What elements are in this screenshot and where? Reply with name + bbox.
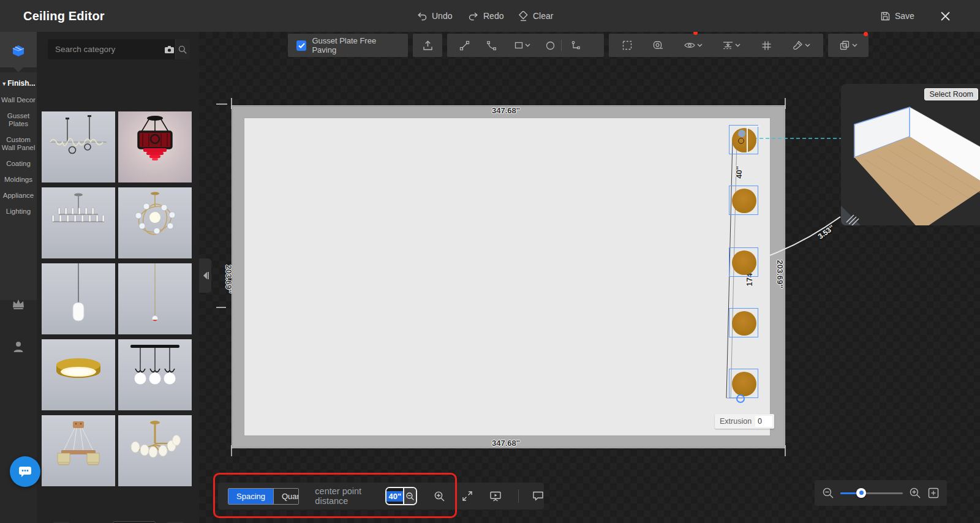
upload-button[interactable] (414, 34, 441, 57)
category-custom-wall-panel[interactable]: Custom Wall Panel (0, 136, 37, 152)
zoom-in-button[interactable] (909, 487, 921, 499)
category-wall-decor[interactable]: Wall Decor (0, 96, 37, 104)
visibility-button[interactable] (676, 34, 710, 57)
circle-tool-icon (545, 40, 556, 51)
vip-crown-button[interactable] (0, 298, 37, 310)
caret-down-icon: ▼ (1, 81, 7, 87)
room-3d-render (841, 84, 980, 225)
free-paving-checkbox[interactable]: Gusset Plate Free Paving (288, 36, 408, 55)
dimension-right: 203.69'' (775, 260, 785, 288)
select-room-button[interactable]: Select Room (924, 88, 978, 100)
saved-groups-group (828, 34, 869, 57)
fullscreen-button[interactable] (462, 491, 473, 502)
light-circle (732, 372, 756, 396)
ceiling-light-2[interactable] (729, 186, 758, 215)
product-wood-brass-rect-chandelier[interactable] (42, 415, 115, 486)
redo-button[interactable]: Redo (468, 0, 503, 32)
dimension-light-spacing: 40'' (734, 166, 744, 179)
account-button[interactable] (0, 340, 37, 353)
measure-tape-button[interactable] (645, 34, 672, 57)
circle-tool-button[interactable] (539, 34, 561, 57)
paint-format-button[interactable] (784, 34, 818, 57)
chevron-down-icon (735, 43, 741, 47)
saved-groups-button[interactable] (831, 34, 865, 57)
rectangle-tool-button[interactable] (505, 34, 539, 57)
preview-resize-handle[interactable] (841, 206, 861, 225)
category-coating[interactable]: Coating (0, 160, 37, 168)
zoom-in-button[interactable] (434, 491, 445, 502)
models-tab[interactable] (0, 32, 37, 67)
grid-button[interactable] (753, 34, 780, 57)
rotation-pivot-ring (738, 138, 744, 144)
product-wavy-line-chandelier[interactable] (42, 111, 115, 182)
search-input[interactable] (48, 39, 164, 59)
extrusion-input[interactable] (755, 416, 772, 427)
chat-bubble-icon (18, 465, 32, 478)
draw-tools-group (447, 34, 604, 57)
marquee-select-icon (622, 40, 633, 51)
distance-label: center point distance (315, 486, 378, 506)
dimension-style-button[interactable] (714, 34, 748, 57)
zoom-slider-handle[interactable] (856, 488, 866, 498)
category-finish[interactable]: ▼Finish... (0, 80, 37, 88)
measure-tape-icon (652, 40, 664, 51)
rotation-pivot-dot[interactable] (738, 130, 745, 137)
view-tools-group (609, 34, 823, 57)
room-3d-preview[interactable]: Select Room (841, 84, 980, 225)
fit-to-screen-button[interactable] (927, 487, 940, 499)
close-button[interactable] (940, 0, 951, 32)
arc-tool-button[interactable] (478, 34, 505, 57)
quantity-mode-button[interactable]: Quantity (273, 489, 299, 504)
zoom-slider[interactable] (840, 492, 903, 494)
array-controls-bar: Spacing Quantity center point distance 4… (218, 483, 544, 510)
presentation-button[interactable] (489, 491, 502, 502)
category-appliance[interactable]: Appliance (0, 192, 37, 200)
product-gold-orbit-chandelier[interactable] (118, 187, 192, 258)
expand-arrows-icon (462, 491, 473, 502)
ceiling-light-4[interactable] (729, 308, 758, 337)
marquee-select-button[interactable] (614, 34, 641, 57)
spacing-mode-button[interactable]: Spacing (228, 489, 273, 504)
panel-collapse-handle[interactable] (199, 258, 211, 293)
line-tool-button[interactable] (451, 34, 478, 57)
feedback-button[interactable] (532, 491, 544, 502)
redo-icon (468, 12, 479, 21)
save-icon (880, 11, 891, 21)
distance-stepper-button[interactable] (403, 488, 416, 504)
free-paving-label: Gusset Plate Free Paving (312, 36, 399, 55)
room-floor[interactable] (244, 118, 771, 436)
product-black-linear-globe-pendant[interactable] (118, 339, 192, 410)
chevron-down-icon (525, 43, 530, 47)
product-thin-cord-mini-pendant[interactable] (118, 263, 192, 334)
product-silver-candle-chandelier[interactable] (42, 187, 115, 258)
collapse-left-icon (202, 272, 209, 279)
product-gold-six-arm-chandelier[interactable] (118, 415, 192, 486)
product-gold-round-ceiling-lamp[interactable] (42, 339, 115, 410)
zoom-out-button[interactable] (822, 487, 834, 499)
category-lighting[interactable]: Lighting (0, 208, 37, 216)
category-gusset-plates[interactable]: Gusset Plates (0, 112, 37, 128)
search-button[interactable] (175, 39, 190, 59)
fit-screen-icon (927, 487, 940, 499)
image-search-button[interactable] (164, 39, 175, 59)
magnifier-plus-icon (434, 491, 445, 502)
save-button[interactable]: Save (880, 0, 914, 32)
polyline-tool-button[interactable] (562, 34, 589, 57)
ceiling-light-3[interactable] (729, 247, 758, 277)
array-end-handle[interactable] (736, 394, 745, 403)
top-bar: Ceiling Editor Undo Redo Clear Save (0, 0, 980, 32)
undo-icon (417, 12, 428, 21)
category-moldings[interactable]: Moldings (0, 176, 37, 184)
undo-button[interactable]: Undo (417, 0, 452, 32)
support-chat-button[interactable] (10, 456, 40, 487)
distance-input[interactable]: 40" (385, 487, 417, 505)
product-panel: / 250 Page (37, 32, 199, 523)
person-icon (12, 340, 25, 353)
clear-button[interactable]: Clear (518, 0, 553, 32)
product-white-cylinder-pendant[interactable] (42, 263, 115, 334)
dimension-bottom: 347.68'' (492, 438, 520, 448)
dimension-left: 203.69'' (224, 265, 233, 293)
ceiling-light-5[interactable] (729, 369, 758, 398)
arc-tool-icon (486, 40, 497, 51)
product-red-drum-chandelier[interactable] (118, 111, 192, 182)
